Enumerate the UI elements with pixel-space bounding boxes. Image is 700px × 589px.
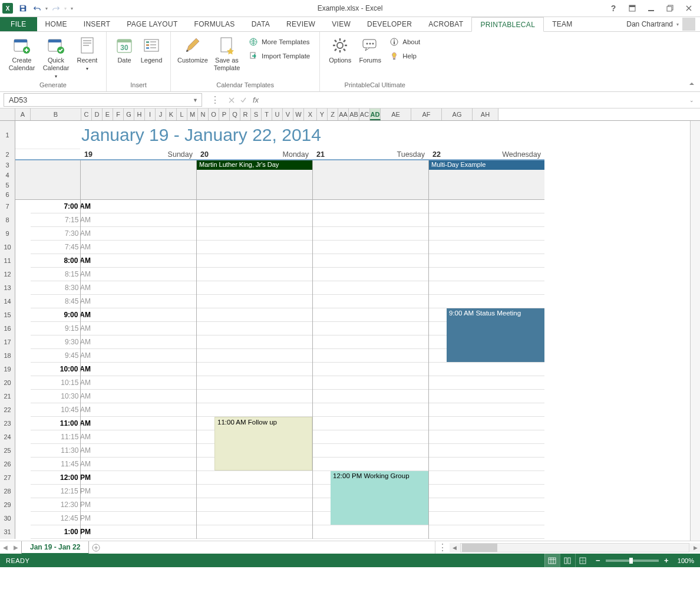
column-header[interactable]: AD <box>370 108 381 120</box>
dropdown-icon[interactable]: ▼ <box>193 97 198 103</box>
tab-developer[interactable]: DEVELOPER <box>359 17 420 31</box>
zoom-in-icon[interactable]: + <box>662 556 671 565</box>
row-header[interactable]: 6 <box>0 190 15 200</box>
column-header[interactable]: AE <box>381 108 411 120</box>
zoom-slider[interactable] <box>606 560 659 562</box>
minimize-icon[interactable] <box>643 2 659 15</box>
column-header[interactable]: B <box>31 108 81 120</box>
row-header[interactable]: 14 <box>0 295 15 308</box>
tab-page-layout[interactable]: PAGE LAYOUT <box>118 17 186 31</box>
row-header[interactable]: 22 <box>0 403 15 417</box>
expand-formula-bar-icon[interactable]: ⌄ <box>689 97 700 103</box>
account-user[interactable]: Dan Chartrand ▾ <box>626 17 700 31</box>
column-header[interactable]: G <box>124 108 134 120</box>
row-header[interactable]: 10 <box>0 241 15 254</box>
row-header[interactable]: 9 <box>0 227 15 241</box>
quick-calendar-button[interactable]: Quick Calendar▾ <box>39 34 73 80</box>
row-header[interactable]: 1 <box>0 121 15 149</box>
save-icon[interactable] <box>16 2 29 15</box>
column-header[interactable]: AG <box>442 108 473 120</box>
about-button[interactable]: About <box>387 35 422 48</box>
row-header[interactable]: 27 <box>0 471 15 485</box>
recent-button[interactable]: Recent▾ <box>73 34 101 73</box>
row-header[interactable]: 23 <box>0 417 15 430</box>
column-header[interactable]: Q <box>230 108 240 120</box>
fx-icon[interactable]: fx <box>249 96 262 104</box>
row-header[interactable]: 28 <box>0 485 15 498</box>
row-header[interactable]: 7 <box>0 200 15 213</box>
row-header[interactable]: 15 <box>0 308 15 322</box>
scroll-right-icon[interactable]: ▶ <box>691 545 700 551</box>
row-header[interactable]: 20 <box>0 376 15 390</box>
column-header[interactable]: X <box>304 108 317 120</box>
scroll-left-icon[interactable]: ◀ <box>450 545 459 551</box>
column-header[interactable]: Z <box>328 108 338 120</box>
sheet-nav-prev-icon[interactable]: ◀ <box>0 544 11 551</box>
import-template-button[interactable]: Import Template <box>246 50 312 62</box>
column-header[interactable]: D <box>92 108 103 120</box>
collapse-ribbon-icon[interactable] <box>688 80 695 89</box>
forums-button[interactable]: Forums <box>355 34 385 73</box>
all-day-event[interactable]: Multi-Day Example <box>429 160 544 170</box>
row-header[interactable]: 18 <box>0 349 15 363</box>
row-header[interactable]: 8 <box>0 213 15 227</box>
row-header[interactable]: 29 <box>0 498 15 512</box>
calendar-event[interactable]: 11:00 AM Follow up <box>214 417 312 470</box>
sheet-tab[interactable]: Jan 19 - Jan 22 <box>21 541 89 554</box>
close-icon[interactable] <box>681 2 696 15</box>
select-all[interactable] <box>0 108 15 120</box>
column-header[interactable]: AB <box>349 108 359 120</box>
column-header[interactable]: O <box>209 108 219 120</box>
row-header[interactable]: 17 <box>0 335 15 349</box>
tab-view[interactable]: VIEW <box>323 17 359 31</box>
row-header[interactable]: 26 <box>0 458 15 471</box>
column-header[interactable]: T <box>262 108 272 120</box>
column-header[interactable]: K <box>166 108 177 120</box>
tab-file[interactable]: FILE <box>0 17 37 31</box>
column-header[interactable]: N <box>198 108 209 120</box>
create-calendar-button[interactable]: Create Calendar <box>5 34 39 73</box>
restore-icon[interactable] <box>662 2 678 15</box>
zoom-out-icon[interactable]: − <box>594 556 602 565</box>
tab-insert[interactable]: INSERT <box>75 17 119 31</box>
legend-button[interactable]: Legend <box>137 34 166 73</box>
row-header[interactable]: 19 <box>0 363 15 376</box>
add-sheet-icon[interactable] <box>89 541 103 554</box>
column-header[interactable]: R <box>240 108 251 120</box>
vertical-scrollbar[interactable] <box>690 121 700 541</box>
row-header[interactable]: 31 <box>0 525 15 539</box>
column-header[interactable]: AF <box>411 108 442 120</box>
ribbon-display-options-icon[interactable] <box>625 2 640 15</box>
tab-printablecal[interactable]: PRINTABLECAL <box>471 17 544 32</box>
calendar-event[interactable]: 12:00 PM Working Group <box>331 471 428 525</box>
column-header[interactable]: AC <box>359 108 370 120</box>
column-header[interactable]: M <box>187 108 198 120</box>
tab-review[interactable]: REVIEW <box>278 17 323 31</box>
row-header[interactable]: 30 <box>0 512 15 525</box>
column-header[interactable]: Y <box>317 108 328 120</box>
undo-icon[interactable] <box>31 2 44 15</box>
tab-acrobat[interactable]: ACROBAT <box>420 17 471 31</box>
column-header[interactable]: AA <box>338 108 349 120</box>
column-header[interactable]: W <box>293 108 304 120</box>
column-header[interactable]: U <box>272 108 283 120</box>
row-header[interactable]: 24 <box>0 430 15 444</box>
cancel-formula-icon[interactable] <box>226 94 237 106</box>
row-header[interactable]: 3 <box>0 160 15 170</box>
view-page-break-icon[interactable] <box>575 554 590 567</box>
customize-button[interactable]: Customize <box>176 34 210 73</box>
save-template-button[interactable]: Save as Template <box>210 34 244 73</box>
column-header[interactable]: P <box>219 108 230 120</box>
row-header[interactable]: 21 <box>0 390 15 403</box>
enter-formula-icon[interactable] <box>237 94 249 106</box>
help-icon[interactable]: ? <box>606 2 621 15</box>
tab-home[interactable]: HOME <box>37 17 75 31</box>
more-templates-button[interactable]: More Templates <box>246 35 312 48</box>
help-button[interactable]: Help <box>387 50 422 62</box>
column-header[interactable]: E <box>103 108 113 120</box>
row-header[interactable]: 16 <box>0 322 15 335</box>
qat-customize-icon[interactable]: ▾ <box>71 6 73 11</box>
row-header[interactable]: 25 <box>0 444 15 458</box>
tab-team[interactable]: TEAM <box>544 17 581 31</box>
column-header[interactable]: C <box>81 108 92 120</box>
